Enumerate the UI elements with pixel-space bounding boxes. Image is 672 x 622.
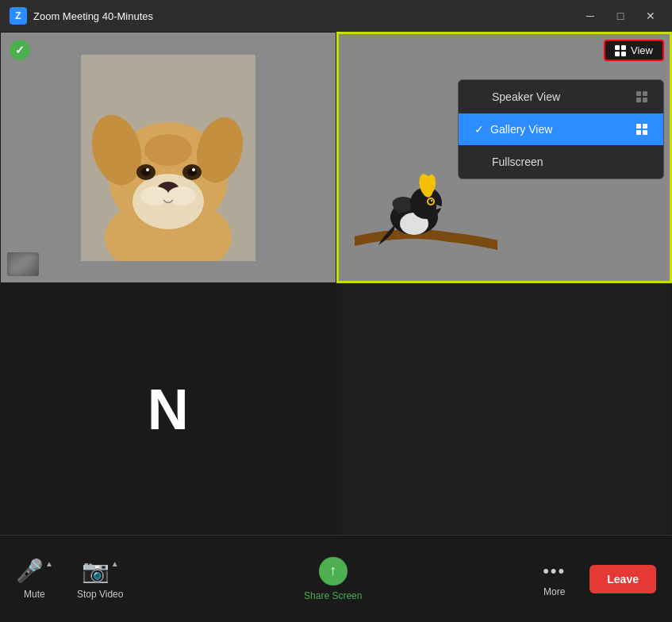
view-button-container: View <box>604 40 664 61</box>
svg-point-23 <box>431 200 432 202</box>
titlebar-controls: ─ □ ✕ <box>578 8 662 24</box>
maximize-button[interactable]: □ <box>609 8 632 24</box>
stop-video-button[interactable]: 📷 ▲ Stop Video <box>77 558 124 600</box>
svg-point-14 <box>167 186 196 205</box>
gallery-view-icon <box>636 124 647 135</box>
titlebar-title: Zoom Meeting 40-Minutes <box>33 10 153 22</box>
more-icon: ••• <box>543 561 566 582</box>
minimize-button[interactable]: ─ <box>578 8 602 24</box>
video-panel-n: N <box>0 283 336 535</box>
view-dropdown: Speaker View ✓ Gallery View Fullscreen <box>458 79 664 179</box>
dropdown-item-speaker-view[interactable]: Speaker View <box>459 80 663 113</box>
svg-point-8 <box>146 168 149 171</box>
security-icon: ✓ <box>10 40 30 60</box>
speaker-view-icon <box>636 91 647 102</box>
svg-point-13 <box>140 186 169 205</box>
toolbar-right-group: ••• More Leave <box>543 561 656 597</box>
more-label: More <box>543 586 565 597</box>
titlebar: Z Zoom Meeting 40-Minutes ─ □ ✕ <box>0 0 672 32</box>
mute-button[interactable]: 🎤 ▲ Mute <box>16 558 53 600</box>
dropdown-item-gallery-view[interactable]: ✓ Gallery View <box>459 113 663 145</box>
toolbar-center-group: ↑ Share Screen <box>304 557 362 601</box>
grid-icon <box>615 45 626 56</box>
view-button[interactable]: View <box>604 40 664 61</box>
zoom-logo: Z <box>10 7 27 25</box>
svg-point-7 <box>141 168 151 176</box>
toolbar: 🎤 ▲ Mute 📷 ▲ Stop Video ↑ Share Screen •… <box>0 535 672 622</box>
svg-point-11 <box>192 168 195 171</box>
share-screen-icon: ↑ <box>319 557 348 586</box>
titlebar-left: Z Zoom Meeting 40-Minutes <box>10 7 153 25</box>
dropdown-item-fullscreen[interactable]: Fullscreen <box>459 145 663 179</box>
share-screen-button[interactable]: ↑ Share Screen <box>304 557 362 601</box>
stop-video-icon: 📷 <box>82 558 109 584</box>
svg-point-10 <box>187 168 197 176</box>
mute-arrow[interactable]: ▲ <box>45 559 53 568</box>
svg-point-15 <box>144 134 192 166</box>
more-button[interactable]: ••• More <box>543 561 566 597</box>
video-panel-dog <box>0 32 336 283</box>
mute-icon: 🎤 <box>16 558 44 584</box>
leave-button[interactable]: Leave <box>589 565 656 593</box>
small-avatar <box>7 252 39 276</box>
mute-label: Mute <box>24 589 45 600</box>
stop-video-arrow[interactable]: ▲ <box>111 559 119 568</box>
close-button[interactable]: ✕ <box>639 8 662 24</box>
video-panel-empty <box>336 283 673 535</box>
dog-image <box>1 33 336 282</box>
stop-video-label: Stop Video <box>77 589 124 600</box>
svg-point-22 <box>428 199 433 204</box>
gallery-view-checkmark: ✓ <box>474 123 484 136</box>
n-letter: N <box>148 377 189 442</box>
toolbar-left-group: 🎤 ▲ Mute 📷 ▲ Stop Video <box>16 558 123 600</box>
share-screen-label: Share Screen <box>304 590 362 601</box>
